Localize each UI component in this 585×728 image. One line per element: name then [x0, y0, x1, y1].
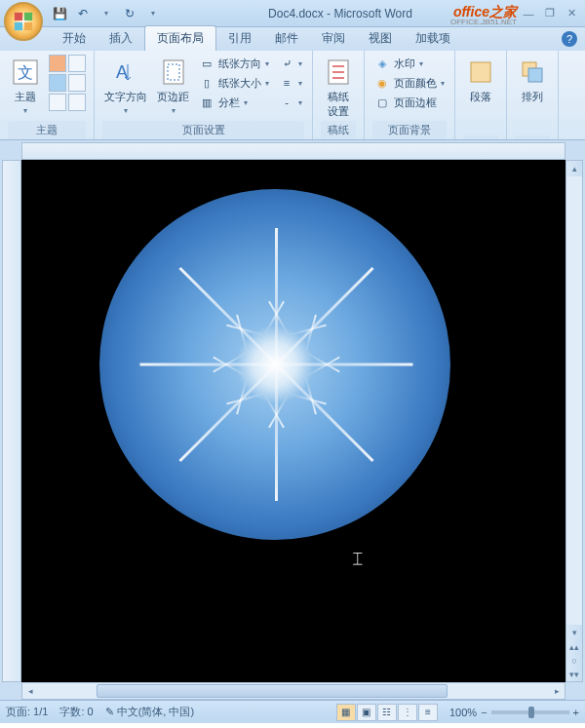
page-color-button[interactable]: ◉页面颜色▾	[372, 74, 447, 92]
watermark-icon: ◈	[374, 56, 390, 71]
snowflake-image	[99, 189, 450, 540]
horizontal-ruler[interactable]	[21, 142, 566, 160]
manuscript-icon	[323, 57, 354, 88]
view-buttons: ▦ ▣ ☷ ⋮ ≡	[336, 704, 438, 721]
group-page-background: ◈水印▾ ◉页面颜色▾ ▢页面边框 页面背景	[365, 51, 455, 139]
full-screen-view[interactable]: ▣	[357, 704, 376, 721]
group-arrange: 排列	[507, 51, 559, 139]
svg-rect-2	[15, 22, 22, 30]
orientation-icon: ▭	[199, 56, 214, 71]
manuscript-button[interactable]: 稿纸 设置	[321, 55, 356, 121]
quick-access-toolbar: 💾 ↶ ▾ ↻ ▾	[51, 5, 162, 22]
scroll-left-button[interactable]: ◂	[22, 683, 38, 699]
ribbon: 文 主题 ▾ 主题 A 文字方向▾ 页边距▾ ▭纸张方向▾ ▯	[0, 51, 585, 140]
draft-view[interactable]: ≡	[418, 704, 438, 721]
next-page-button[interactable]: ▾▾	[566, 668, 582, 681]
arrange-button[interactable]: 排列	[515, 55, 550, 106]
zoom-level[interactable]: 100%	[449, 707, 477, 718]
close-button[interactable]: ✕	[562, 6, 581, 21]
columns-button[interactable]: ▥分栏▾	[197, 94, 271, 111]
tab-home[interactable]: 开始	[51, 26, 98, 51]
svg-rect-1	[24, 13, 32, 20]
paragraph-button[interactable]: 段落	[463, 55, 498, 106]
paragraph-icon	[465, 57, 496, 88]
qat-customize[interactable]: ▾	[144, 5, 162, 22]
margins-icon	[158, 57, 189, 88]
scroll-up-button[interactable]: ▴	[566, 161, 582, 176]
tab-insert[interactable]: 插入	[98, 26, 144, 51]
group-manuscript: 稿纸 设置 稿纸	[313, 51, 365, 139]
undo-button[interactable]: ↶	[74, 5, 92, 22]
page-borders-button[interactable]: ▢页面边框	[372, 94, 447, 111]
svg-text:A: A	[116, 62, 128, 82]
save-button[interactable]: 💾	[51, 5, 68, 22]
group-themes: 文 主题 ▾ 主题	[0, 51, 95, 139]
web-layout-view[interactable]: ☷	[377, 704, 397, 721]
line-numbers-button[interactable]: ≡▾	[277, 74, 304, 92]
size-icon: ▯	[199, 75, 214, 91]
scroll-right-button[interactable]: ▸	[549, 683, 565, 699]
themes-icon: 文	[10, 57, 41, 88]
prev-page-button[interactable]: ▴▴	[566, 640, 582, 654]
zoom-slider[interactable]	[491, 710, 569, 714]
group-page-setup-label: 页面设置	[102, 121, 304, 139]
outline-view[interactable]: ⋮	[398, 704, 417, 721]
themes-button[interactable]: 文 主题 ▾	[8, 55, 43, 117]
language-indicator[interactable]: ✎中文(简体, 中国)	[105, 705, 194, 719]
undo-dropdown[interactable]: ▾	[98, 5, 115, 22]
tab-page-layout[interactable]: 页面布局	[144, 25, 216, 51]
word-count[interactable]: 字数: 0	[59, 705, 93, 719]
redo-button[interactable]: ↻	[121, 5, 138, 22]
tab-view[interactable]: 视图	[357, 26, 404, 51]
group-page-setup: A 文字方向▾ 页边距▾ ▭纸张方向▾ ▯纸张大小▾ ▥分栏▾ ⤶▾ ≡▾ ‐▾…	[95, 51, 313, 139]
group-manuscript-label: 稿纸	[321, 121, 356, 139]
zoom-control: 100% − +	[449, 707, 579, 718]
svg-text:文: 文	[18, 64, 33, 81]
vertical-scrollbar[interactable]: ▴ ▾ ▴▴ ○ ▾▾	[566, 160, 583, 682]
group-page-background-label: 页面背景	[372, 121, 447, 139]
arrange-icon	[517, 57, 548, 88]
page-color-icon: ◉	[374, 75, 390, 91]
page-border-icon: ▢	[374, 95, 390, 110]
office-button[interactable]	[4, 2, 43, 41]
theme-colors[interactable]	[49, 55, 86, 111]
orientation-button[interactable]: ▭纸张方向▾	[197, 55, 271, 72]
text-cursor-icon: ⌶	[353, 550, 363, 567]
zoom-out-button[interactable]: −	[481, 707, 487, 718]
horizontal-scrollbar[interactable]: ◂ ▸	[21, 682, 566, 700]
watermark-button[interactable]: ◈水印▾	[372, 55, 447, 72]
tab-references[interactable]: 引用	[216, 26, 263, 51]
group-themes-label: 主题	[8, 121, 86, 139]
scroll-track[interactable]	[566, 176, 582, 625]
tab-mailings[interactable]: 邮件	[263, 26, 310, 51]
text-direction-button[interactable]: A 文字方向▾	[102, 55, 149, 117]
tab-addins[interactable]: 加载项	[404, 26, 462, 51]
margins-button[interactable]: 页边距▾	[155, 55, 191, 117]
zoom-in-button[interactable]: +	[573, 707, 579, 718]
print-layout-view[interactable]: ▦	[336, 704, 356, 721]
chevron-down-icon: ▾	[23, 106, 27, 115]
tab-review[interactable]: 审阅	[310, 26, 357, 51]
watermark-url: OFFICE.JB51.NET	[450, 18, 517, 26]
themes-label: 主题	[15, 90, 36, 104]
document-canvas[interactable]: ⌶	[21, 160, 566, 682]
vertical-ruler[interactable]	[2, 160, 21, 682]
status-bar: 页面: 1/1 字数: 0 ✎中文(简体, 中国) ▦ ▣ ☷ ⋮ ≡ 100%…	[0, 700, 585, 723]
document-area: ⌶ ▴ ▾ ▴▴ ○ ▾▾ ◂ ▸	[0, 140, 585, 700]
ribbon-tabs: 开始 插入 页面布局 引用 邮件 审阅 视图 加载项 ?	[0, 27, 585, 51]
help-icon[interactable]: ?	[562, 31, 577, 47]
maximize-button[interactable]: ❐	[540, 6, 560, 21]
browse-object-button[interactable]: ○	[566, 654, 582, 668]
minimize-button[interactable]: —	[519, 6, 538, 21]
svg-rect-15	[528, 68, 542, 82]
scroll-thumb[interactable]	[97, 684, 448, 698]
page-indicator[interactable]: 页面: 1/1	[6, 705, 48, 719]
hyphenation-button[interactable]: ‐▾	[277, 94, 304, 111]
spellcheck-icon: ✎	[105, 706, 114, 718]
scroll-down-button[interactable]: ▾	[566, 625, 582, 640]
svg-rect-13	[471, 62, 490, 82]
breaks-button[interactable]: ⤶▾	[277, 55, 304, 72]
group-paragraph: 段落	[455, 51, 507, 139]
svg-rect-3	[24, 22, 32, 30]
size-button[interactable]: ▯纸张大小▾	[197, 74, 271, 92]
